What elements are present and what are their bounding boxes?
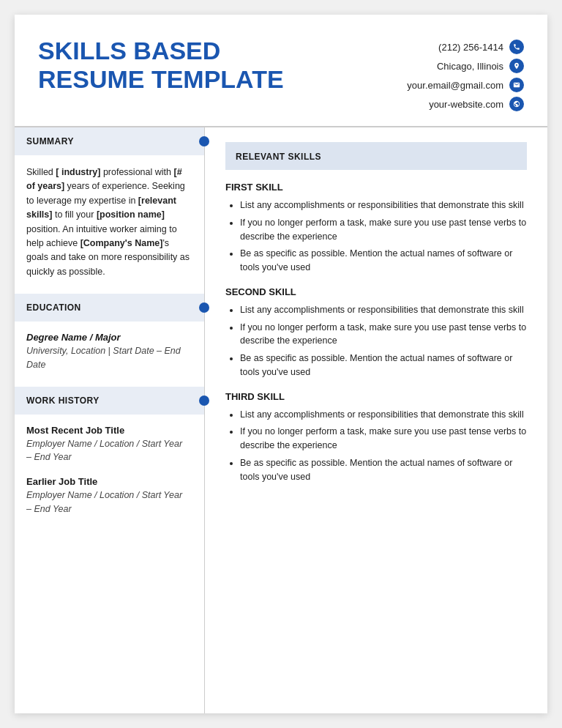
skill-2-bullet-1: List any accomplishments or responsibili… bbox=[240, 303, 527, 317]
job-title-1: Most Recent Job Title bbox=[26, 425, 192, 436]
work-history-section-header: WORK HISTORY bbox=[15, 387, 204, 415]
phone-icon bbox=[509, 40, 524, 54]
job-details-2: Employer Name / Location / Start Year– E… bbox=[26, 489, 192, 516]
edu-degree: Degree Name / Major bbox=[26, 332, 192, 343]
skill-list-1: List any accomplishments or responsibili… bbox=[225, 198, 527, 275]
resume-page: SKILLS BASED RESUME TEMPLATE (212) 256-1… bbox=[15, 15, 547, 713]
website-icon bbox=[509, 97, 524, 111]
email-icon bbox=[509, 78, 524, 92]
location-text: Chicago, Illinois bbox=[437, 61, 503, 72]
summary-dot bbox=[199, 136, 209, 146]
work-history-dot bbox=[199, 395, 209, 406]
job-item-1: Most Recent Job Title Employer Name / Lo… bbox=[26, 425, 192, 465]
contact-email-row: your.email@gmail.com bbox=[407, 78, 524, 92]
skill-3-bullet-2: If you no longer perform a task, make su… bbox=[240, 425, 527, 453]
education-dot bbox=[199, 302, 209, 313]
work-history-heading: WORK HISTORY bbox=[26, 395, 100, 406]
summary-text: Skilled [ industry] professional with [#… bbox=[26, 166, 192, 279]
job-title-2: Earlier Job Title bbox=[26, 476, 192, 487]
summary-section-header: SUMMARY bbox=[15, 127, 204, 155]
header-title: SKILLS BASED RESUME TEMPLATE bbox=[38, 37, 284, 94]
contact-phone-row: (212) 256-1414 bbox=[438, 40, 524, 54]
skill-2-bullet-3: Be as specific as possible. Mention the … bbox=[240, 352, 527, 379]
education-section-header: EDUCATION bbox=[15, 294, 204, 322]
work-history-section: Most Recent Job Title Employer Name / Lo… bbox=[15, 425, 204, 531]
skill-title-3: THIRD SKILL bbox=[225, 391, 527, 402]
resume-title: SKILLS BASED RESUME TEMPLATE bbox=[38, 37, 284, 94]
skill-block-1: FIRST SKILL List any accomplishments or … bbox=[225, 182, 527, 275]
education-heading: EDUCATION bbox=[26, 302, 81, 313]
phone-text: (212) 256-1414 bbox=[438, 42, 503, 53]
summary-section: Skilled [ industry] professional with [#… bbox=[15, 166, 204, 294]
skill-3-bullet-3: Be as specific as possible. Mention the … bbox=[240, 456, 527, 484]
skill-1-bullet-2: If you no longer perform a task, make su… bbox=[240, 216, 527, 244]
relevant-skills-header: RELEVANT SKILLS bbox=[225, 142, 527, 170]
job-item-2: Earlier Job Title Employer Name / Locati… bbox=[26, 476, 192, 516]
skill-title-2: SECOND SKILL bbox=[225, 286, 527, 297]
location-icon bbox=[509, 59, 524, 73]
skill-block-2: SECOND SKILL List any accomplishments or… bbox=[225, 286, 527, 379]
right-column: RELEVANT SKILLS FIRST SKILL List any acc… bbox=[205, 127, 547, 713]
email-text: your.email@gmail.com bbox=[407, 80, 503, 91]
edu-details: University, Location | Start Date – End … bbox=[26, 344, 192, 372]
summary-heading: SUMMARY bbox=[26, 136, 74, 146]
header-contact: (212) 256-1414 Chicago, Illinois your.em… bbox=[363, 37, 524, 111]
relevant-skills-heading: RELEVANT SKILLS bbox=[236, 152, 321, 162]
header: SKILLS BASED RESUME TEMPLATE (212) 256-1… bbox=[15, 15, 547, 127]
skill-1-bullet-3: Be as specific as possible. Mention the … bbox=[240, 247, 527, 275]
left-column: SUMMARY Skilled [ industry] professional… bbox=[15, 127, 205, 713]
skill-block-3: THIRD SKILL List any accomplishments or … bbox=[225, 391, 527, 484]
contact-location-row: Chicago, Illinois bbox=[437, 59, 524, 73]
body: SUMMARY Skilled [ industry] professional… bbox=[15, 127, 547, 713]
skill-3-bullet-1: List any accomplishments or responsibili… bbox=[240, 408, 527, 422]
job-details-1: Employer Name / Location / Start Year– E… bbox=[26, 437, 192, 465]
skill-list-3: List any accomplishments or responsibili… bbox=[225, 408, 527, 484]
contact-website-row: your-website.com bbox=[429, 97, 524, 111]
skill-list-2: List any accomplishments or responsibili… bbox=[225, 303, 527, 379]
skill-1-bullet-1: List any accomplishments or responsibili… bbox=[240, 198, 527, 212]
skill-2-bullet-2: If you no longer perform a task, make su… bbox=[240, 321, 527, 349]
education-section: Degree Name / Major University, Location… bbox=[15, 332, 204, 387]
skill-title-1: FIRST SKILL bbox=[225, 182, 527, 193]
website-text: your-website.com bbox=[429, 99, 503, 110]
